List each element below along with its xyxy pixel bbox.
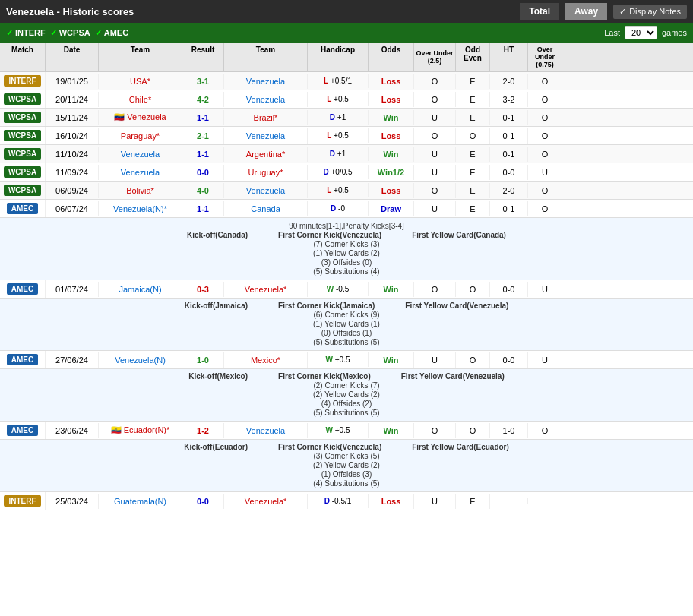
team1-cell[interactable]: Venezuela [99, 147, 182, 162]
handicap-cell: W +0.5 [308, 352, 369, 367]
over-under-cell: U [414, 201, 456, 216]
header-bar: Venezuela - Historic scores Total Away ✓… [0, 0, 693, 23]
date-cell: 25/03/24 [46, 494, 99, 509]
tab-total[interactable]: Total [520, 3, 559, 20]
team2-cell[interactable]: Venezuela [224, 92, 308, 107]
detail-col: First Yellow Card(Canada) [412, 231, 506, 239]
handicap-cell: L +0.5/1 [308, 74, 369, 88]
detail-cols: Kick-off(Ecuador)First Corner Kick(Venez… [6, 443, 687, 451]
odd-even-cell: O [456, 423, 490, 438]
odds-cell: Win [369, 352, 414, 368]
detail-col: First Corner Kick(Venezuela) [278, 231, 381, 239]
team2-cell[interactable]: Venezuela [224, 128, 308, 144]
team1-cell[interactable]: 🇪🇨 Ecuador(N)* [99, 422, 182, 438]
over-under-cell: U [414, 494, 456, 509]
table-row: AMEC 23/06/24 🇪🇨 Ecuador(N)* 1-2 Venezue… [0, 422, 693, 440]
date-cell: 27/06/24 [46, 352, 99, 368]
over-under2-cell: O [528, 74, 562, 89]
detail-row: Kick-off(Jamaica)First Corner Kick(Jamai… [0, 299, 693, 351]
badge-cell: AMEC [0, 280, 46, 298]
detail-col: Kick-off(Ecuador) [184, 443, 248, 451]
display-notes-toggle[interactable]: ✓ Display Notes [613, 5, 687, 19]
tab-away[interactable]: Away [565, 3, 607, 20]
date-cell: 11/10/24 [46, 147, 99, 162]
team2-cell[interactable]: Canada [224, 201, 308, 216]
team1-cell[interactable]: Venezuela(N) [99, 352, 182, 368]
team1-cell[interactable]: Bolivia* [99, 183, 182, 198]
detail-col: First Yellow Card(Venezuela) [405, 302, 508, 310]
odd-even-cell: O [456, 128, 490, 144]
detail-col: Kick-off(Canada) [187, 231, 248, 239]
handicap-cell: D +1 [308, 110, 369, 125]
team2-cell[interactable]: Venezuela [224, 423, 308, 438]
detail-stat: (1) Yellow Cards (1) [6, 320, 687, 328]
team2-cell[interactable]: Brazil* [224, 110, 308, 125]
last-value-select[interactable]: 201030 [625, 26, 657, 39]
team1-cell[interactable]: USA* [99, 74, 182, 89]
result-cell: 4-0 [182, 183, 224, 198]
date-cell: 06/09/24 [46, 183, 99, 198]
filter-wcpsa[interactable]: ✓ WCPSA [50, 28, 90, 38]
filter-bar: ✓ INTERF ✓ WCPSA ✓ AMEC Last 201030 game… [0, 23, 693, 43]
team1-cell[interactable]: Guatemala(N) [99, 494, 182, 509]
team2-cell[interactable]: Venezuela* [224, 494, 308, 509]
ht-cell: 0-0 [490, 165, 528, 180]
detail-stat: (3) Offsides (0) [6, 258, 687, 267]
team1-cell[interactable]: Jamaica(N) [99, 282, 182, 297]
col-odds: Odds [369, 43, 414, 71]
ht-cell: 0-1 [490, 201, 528, 216]
filter-amec[interactable]: ✓ AMEC [95, 28, 128, 38]
team2-cell[interactable]: Venezuela [224, 183, 308, 198]
badge-cell: WCPSA [0, 109, 46, 126]
odds-cell: Loss [369, 128, 414, 144]
odd-even-cell: E [456, 147, 490, 162]
col-team1: Team [99, 43, 182, 71]
over-under-cell: O [414, 282, 456, 297]
team1-cell[interactable]: Venezuela(N)* [99, 201, 182, 216]
odd-even-cell: E [456, 74, 490, 89]
detail-stat: (4) Substitutions (5) [6, 479, 687, 488]
col-handicap: Handicap [308, 43, 369, 71]
ht-cell: 0-0 [490, 282, 528, 297]
team2-cell[interactable]: Venezuela [224, 74, 308, 89]
odds-cell: Loss [369, 183, 414, 198]
team2-cell[interactable]: Uruguay* [224, 165, 308, 180]
detail-col: First Yellow Card(Ecuador) [412, 443, 509, 451]
col-date: Date [46, 43, 99, 71]
result-cell: 1-2 [182, 423, 224, 438]
col-odd-even: Odd Even [456, 43, 490, 71]
detail-stat: (2) Yellow Cards (2) [6, 461, 687, 469]
table-row: WCPSA 16/10/24 Paraguay* 2-1 Venezuela L… [0, 127, 693, 145]
last-label: Last [604, 28, 620, 37]
date-cell: 16/10/24 [46, 128, 99, 144]
check-amec-icon: ✓ [95, 28, 102, 38]
odd-even-cell: O [456, 352, 490, 368]
team1-cell[interactable]: Chile* [99, 92, 182, 107]
handicap-cell: L +0.5 [308, 92, 369, 106]
team1-cell[interactable]: Paraguay* [99, 128, 182, 144]
table-row: INTERF 25/03/24 Guatemala(N) 0-0 Venezue… [0, 492, 693, 510]
over-under2-cell: O [528, 423, 562, 438]
table-row: AMEC 06/07/24 Venezuela(N)* 1-1 Canada D… [0, 200, 693, 218]
team2-cell[interactable]: Mexico* [224, 352, 308, 368]
team1-cell[interactable]: Venezuela [99, 165, 182, 180]
badge-cell: INTERF [0, 492, 46, 510]
checkbox-icon: ✓ [619, 7, 626, 17]
over-under2-cell: O [528, 110, 562, 125]
detail-line1: 90 minutes[1-1],Penalty Kicks[3-4] [6, 222, 687, 230]
filter-interf[interactable]: ✓ INTERF [6, 28, 46, 38]
result-cell: 0-3 [182, 282, 224, 297]
team1-cell[interactable]: 🇻🇪 Venezuela [99, 109, 182, 125]
date-cell: 20/11/24 [46, 92, 99, 107]
over-under-cell: O [414, 128, 456, 144]
badge-cell: WCPSA [0, 145, 46, 163]
detail-col: First Yellow Card(Venezuela) [401, 372, 505, 381]
ht-cell: 3-2 [490, 92, 528, 107]
handicap-cell: D -0 [308, 201, 369, 216]
odd-even-cell: E [456, 92, 490, 107]
team2-cell[interactable]: Argentina* [224, 147, 308, 162]
over-under-cell: O [414, 183, 456, 198]
badge-cell: AMEC [0, 351, 46, 368]
team2-cell[interactable]: Venezuela* [224, 282, 308, 297]
badge-cell: AMEC [0, 200, 46, 217]
